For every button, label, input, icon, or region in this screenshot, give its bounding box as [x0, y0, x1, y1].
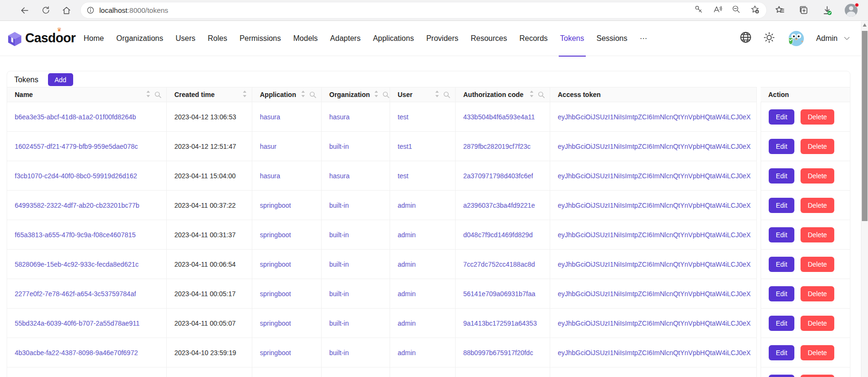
nav-item-users[interactable]: Users [169, 21, 201, 56]
organization-link[interactable]: built-in [329, 143, 349, 150]
add-token-button[interactable]: Add [48, 73, 73, 86]
access-token-link[interactable]: eyJhbGciOiJSUzI1NiIsImtpZCI6ImNlcnQtYnVp… [558, 349, 751, 357]
organization-link[interactable]: built-in [329, 202, 349, 209]
nav-item-models[interactable]: Models [287, 21, 324, 56]
edit-button[interactable]: Edit [769, 227, 794, 242]
user-link[interactable]: test [398, 113, 409, 121]
nav-item-resources[interactable]: Resources [465, 21, 513, 56]
zoom-out-icon[interactable] [732, 5, 741, 16]
delete-button[interactable]: Delete [801, 109, 834, 125]
authorization-code-link[interactable]: d048c7f9cd1469fd829d [463, 231, 533, 239]
application-link[interactable]: springboot [260, 231, 291, 239]
nav-item-[interactable]: ··· [633, 21, 653, 56]
scrollbar-up-arrow[interactable] [863, 23, 867, 27]
token-name-link[interactable]: 55bd324a-6039-40f6-b707-2a55d78ae911 [15, 319, 140, 327]
column-header-created[interactable]: Created time [167, 87, 252, 102]
add-favorite-icon[interactable] [750, 5, 760, 16]
token-name-link[interactable]: b6ea3e35-abcf-41d8-a1a2-01f00fd8264b [15, 113, 136, 121]
application-link[interactable]: springboot [260, 290, 291, 298]
user-link[interactable]: admin [398, 231, 416, 239]
search-icon[interactable] [309, 91, 316, 98]
delete-button[interactable]: Delete [801, 286, 834, 301]
user-avatar[interactable] [786, 29, 805, 48]
read-aloud-icon[interactable] [713, 5, 722, 16]
nav-item-tokens[interactable]: Tokens [554, 21, 591, 56]
delete-button[interactable]: Delete [801, 227, 834, 242]
organization-link[interactable]: built-in [329, 231, 349, 239]
sort-icon[interactable] [529, 90, 534, 99]
theme-sun-icon[interactable] [763, 31, 775, 46]
column-header-token[interactable]: Access token [550, 87, 757, 102]
favorites-button[interactable] [771, 2, 788, 19]
edit-button[interactable]: Edit [769, 168, 794, 184]
token-name-link[interactable]: f3cb1070-c2d4-40f0-8bc0-59919d26d162 [15, 172, 137, 180]
password-key-icon[interactable] [694, 5, 703, 16]
user-link[interactable]: admin [398, 290, 416, 298]
nav-item-records[interactable]: Records [513, 21, 554, 56]
user-link[interactable]: admin [398, 349, 416, 357]
user-link[interactable]: admin [398, 261, 416, 268]
authorization-code-link[interactable]: 2a370971798d403fc6ef [463, 172, 533, 180]
access-token-link[interactable]: eyJhbGciOiJSUzI1NiIsImtpZCI6ImNlcnQtYnVp… [558, 172, 751, 180]
access-token-link[interactable]: eyJhbGciOiJSUzI1NiIsImtpZCI6ImNlcnQtYnVp… [558, 143, 751, 150]
browser-back-button[interactable] [16, 2, 33, 19]
application-link[interactable]: springboot [260, 261, 291, 268]
user-link[interactable]: admin [398, 319, 416, 327]
nav-item-sessions[interactable]: Sessions [591, 21, 634, 56]
sort-icon[interactable] [242, 90, 247, 99]
authorization-code-link[interactable]: 2879fbc282019cf7f23c [463, 143, 531, 150]
application-link[interactable]: springboot [260, 202, 291, 209]
authorization-code-link[interactable]: 433b504b4f6a593e4a11 [463, 113, 535, 121]
organization-link[interactable]: built-in [329, 319, 349, 327]
scrollbar-thumb[interactable] [862, 31, 868, 221]
token-name-link[interactable]: 5828069e-15eb-4c92-933c-fecda8ed621c [15, 261, 139, 268]
browser-refresh-button[interactable] [37, 2, 54, 19]
delete-button[interactable]: Delete [801, 375, 834, 377]
authorization-code-link[interactable]: 56141e709a06931b7faa [463, 290, 535, 298]
downloads-button[interactable] [819, 2, 836, 19]
application-link[interactable]: springboot [260, 349, 291, 357]
organization-link[interactable]: built-in [329, 261, 349, 268]
edit-button[interactable]: Edit [769, 257, 794, 272]
nav-item-permissions[interactable]: Permissions [233, 21, 287, 56]
application-link[interactable]: hasur [260, 143, 277, 150]
sort-icon[interactable] [146, 90, 151, 99]
edit-button[interactable]: Edit [769, 109, 794, 125]
delete-button[interactable]: Delete [801, 168, 834, 184]
delete-button[interactable]: Delete [801, 198, 834, 213]
access-token-link[interactable]: eyJhbGciOiJSUzI1NiIsImtpZCI6ImNlcnQtYnVp… [558, 261, 751, 268]
language-globe-icon[interactable] [739, 31, 752, 46]
nav-item-adapters[interactable]: Adapters [324, 21, 367, 56]
token-name-link[interactable]: 16024557-df21-4779-bfb9-959e5dae078c [15, 143, 138, 150]
organization-link[interactable]: built-in [329, 349, 349, 357]
search-icon[interactable] [382, 91, 390, 98]
browser-home-button[interactable] [58, 2, 75, 19]
site-info-icon[interactable] [86, 6, 95, 14]
column-header-org[interactable]: Organization [322, 87, 390, 102]
edit-button[interactable]: Edit [769, 316, 794, 331]
organization-link[interactable]: built-in [329, 290, 349, 298]
nav-item-organizations[interactable]: Organizations [110, 21, 170, 56]
url-text[interactable]: localhost:8000/tokens [99, 6, 168, 14]
delete-button[interactable]: Delete [801, 345, 834, 360]
collections-button[interactable] [795, 2, 812, 19]
token-name-link[interactable]: f65a3813-a655-47f0-9c9a-f08ce4607815 [15, 231, 136, 239]
column-header-action[interactable]: Action [761, 87, 850, 102]
sort-icon[interactable] [435, 90, 439, 99]
access-token-link[interactable]: eyJhbGciOiJSUzI1NiIsImtpZCI6ImNlcnQtYnVp… [558, 290, 751, 298]
nav-item-providers[interactable]: Providers [420, 21, 465, 56]
edit-button[interactable]: Edit [769, 375, 794, 377]
user-link[interactable]: admin [398, 202, 416, 209]
edit-button[interactable]: Edit [769, 198, 794, 213]
search-icon[interactable] [538, 91, 545, 98]
user-link[interactable]: test [398, 172, 409, 180]
application-link[interactable]: springboot [260, 319, 291, 327]
application-link[interactable]: hasura [260, 113, 280, 121]
access-token-link[interactable]: eyJhbGciOiJSUzI1NiIsImtpZCI6ImNlcnQtYnVp… [558, 113, 751, 121]
account-menu[interactable]: Admin [816, 34, 850, 43]
address-bar[interactable]: localhost:8000/tokens [81, 2, 766, 18]
edit-button[interactable]: Edit [769, 286, 794, 301]
nav-item-roles[interactable]: Roles [201, 21, 233, 56]
sort-icon[interactable] [374, 90, 379, 99]
edit-button[interactable]: Edit [769, 139, 794, 154]
